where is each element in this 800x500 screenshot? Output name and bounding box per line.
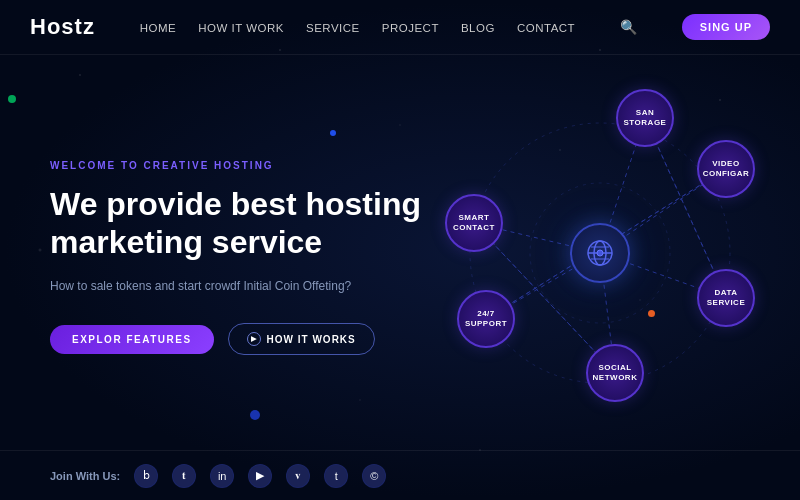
hero-subtitle: How to sale tokens and start crowdf Init… bbox=[50, 277, 430, 295]
center-node bbox=[570, 223, 630, 283]
node-video-config: VIDEOCONFIGAR bbox=[697, 140, 755, 198]
social-youtube[interactable]: ▶ bbox=[248, 464, 272, 488]
social-vimeo[interactable]: 𝐯 bbox=[286, 464, 310, 488]
play-icon: ▶ bbox=[247, 332, 261, 346]
hero-buttons: EXPLOR FEATURES ▶ HOW IT WORKS bbox=[50, 323, 430, 355]
social-facebook[interactable]: 𝖻 bbox=[134, 464, 158, 488]
node-247-support: 24/7SUPPORT bbox=[457, 290, 515, 348]
social-copyright[interactable]: © bbox=[362, 464, 386, 488]
social-linkedin[interactable]: in bbox=[210, 464, 234, 488]
footer-bar: Join With Us: 𝖻 𝐭 in ▶ 𝐯 t © bbox=[0, 450, 800, 500]
globe-icon bbox=[585, 238, 615, 268]
nav-item-contact[interactable]: CONTACT bbox=[517, 18, 575, 36]
svg-point-19 bbox=[597, 250, 603, 256]
explore-features-button[interactable]: EXPLOR FEATURES bbox=[50, 325, 214, 354]
node-san-storage: SANSTORAGE bbox=[616, 89, 674, 147]
diagram: SANSTORAGE VIDEOCONFIGAR SMARTCONTACT DA… bbox=[450, 103, 750, 403]
join-text: Join With Us: bbox=[50, 470, 120, 482]
logo[interactable]: Hostz bbox=[30, 14, 95, 40]
how-it-works-button[interactable]: ▶ HOW IT WORKS bbox=[228, 323, 375, 355]
hero-content: WELCOME TO CREATIVE HOSTING We provide b… bbox=[50, 150, 430, 356]
search-icon[interactable]: 🔍 bbox=[620, 19, 637, 35]
hero-title: We provide best hostingmarketing service bbox=[50, 185, 430, 262]
nav-item-how[interactable]: HOW IT WORK bbox=[198, 18, 284, 36]
navbar: Hostz HOME HOW IT WORK SERVICE PROJECT B… bbox=[0, 0, 800, 55]
signup-button[interactable]: SING UP bbox=[682, 14, 770, 40]
nav-item-blog[interactable]: BLOG bbox=[461, 18, 495, 36]
hero-section: WELCOME TO CREATIVE HOSTING We provide b… bbox=[0, 55, 800, 450]
node-data-service: DATASERVICE bbox=[697, 269, 755, 327]
hero-tag: WELCOME TO CREATIVE HOSTING bbox=[50, 160, 430, 171]
nav-item-project[interactable]: PROJECT bbox=[382, 18, 439, 36]
nav-item-home[interactable]: HOME bbox=[140, 18, 177, 36]
nav-links: HOME HOW IT WORK SERVICE PROJECT BLOG CO… bbox=[140, 18, 575, 36]
node-smart-contact: SMARTCONTACT bbox=[445, 194, 503, 252]
node-social-network: SOCIALNETWORK bbox=[586, 344, 644, 402]
diagram-section: SANSTORAGE VIDEOCONFIGAR SMARTCONTACT DA… bbox=[430, 55, 770, 450]
social-tumblr[interactable]: t bbox=[324, 464, 348, 488]
nav-item-service[interactable]: SERVICE bbox=[306, 18, 360, 36]
social-twitter[interactable]: 𝐭 bbox=[172, 464, 196, 488]
